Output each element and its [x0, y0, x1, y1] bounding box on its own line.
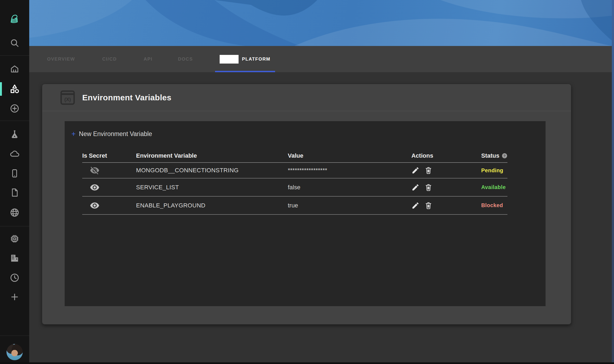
variable-value: *****************: [288, 167, 411, 174]
tab-platform[interactable]: PLATFORM: [215, 46, 275, 72]
tab-api[interactable]: API: [144, 46, 153, 72]
sidebar-item-cloud[interactable]: [0, 146, 29, 161]
mobile-icon: [10, 168, 19, 178]
lab-flask-icon: [10, 130, 19, 139]
card-header: (X) Environment Variables: [42, 84, 571, 111]
sidebar-item-add[interactable]: [0, 101, 29, 116]
visibility-icon: [90, 183, 100, 192]
variable-value: false: [288, 184, 411, 191]
new-environment-variable-button[interactable]: + New Environment Variable: [71, 130, 152, 138]
add-circle-icon: [9, 103, 20, 114]
sidebar-item-experiments[interactable]: [0, 127, 29, 142]
edit-button[interactable]: [411, 201, 420, 210]
edit-button[interactable]: [411, 183, 420, 191]
sidebar-divider: [0, 336, 29, 336]
building-icon: [10, 253, 19, 263]
user-avatar[interactable]: [6, 344, 23, 360]
trash-icon: [424, 166, 433, 174]
page-title: Environment Variables: [82, 93, 171, 102]
platform-tab-badge: [220, 55, 239, 64]
col-header-value: Value: [288, 152, 411, 159]
row-actions: [411, 201, 481, 210]
row-actions: [411, 183, 481, 191]
secret-toggle[interactable]: [82, 183, 136, 192]
row-actions: [411, 166, 481, 174]
main-content: (X) Environment Variables + New Environm…: [29, 72, 612, 362]
secret-toggle[interactable]: [82, 201, 136, 210]
environment-variables-card: (X) Environment Variables + New Environm…: [42, 84, 571, 325]
plus-icon: [10, 292, 19, 302]
search-icon: [10, 38, 19, 48]
col-header-variable: Environment Variable: [136, 152, 288, 159]
sidebar-item-globe[interactable]: [0, 205, 29, 220]
sidebar-item-history[interactable]: [0, 270, 29, 285]
sidebar-item-search[interactable]: [0, 35, 29, 51]
edit-button[interactable]: [411, 166, 420, 174]
sidebar-item-add-new[interactable]: [0, 289, 29, 305]
question-circle-icon[interactable]: ?: [502, 153, 507, 159]
cloud-icon: [9, 149, 20, 159]
col-header-is-secret: Is Secret: [82, 152, 136, 159]
env-variables-table: Is Secret Environment Variable Value Act…: [82, 149, 507, 215]
svg-text:(X): (X): [64, 97, 71, 102]
delete-button[interactable]: [424, 166, 433, 174]
sidebar-item-shapes[interactable]: [0, 81, 29, 97]
visibility-off-icon: [90, 166, 100, 175]
col-header-actions: Actions: [411, 152, 481, 159]
table-row: SERVICE_LIST false: [82, 178, 507, 197]
pencil-icon: [411, 201, 420, 210]
secret-toggle[interactable]: [82, 166, 136, 175]
status-badge: Blocked: [481, 202, 507, 209]
visibility-icon: [90, 201, 100, 210]
chip-icon: [10, 234, 19, 244]
variable-value: true: [288, 202, 411, 209]
variable-name: ENABLE_PLAYGROUND: [136, 202, 288, 209]
status-badge: Pending: [481, 167, 507, 174]
table-row: ENABLE_PLAYGROUND true: [82, 197, 507, 215]
stacked-layers-logo-icon: [8, 13, 21, 25]
trash-icon: [424, 201, 433, 210]
pencil-icon: [411, 183, 420, 191]
sidebar-divider: [0, 55, 29, 56]
sidebar-divider: [0, 226, 29, 226]
scrollbar[interactable]: [612, 0, 614, 364]
variable-name: MONGODB__CONNECTIONSTRING: [136, 167, 288, 174]
sidebar-divider: [0, 121, 29, 121]
status-badge: Available: [481, 184, 507, 190]
variable-name: SERVICE_LIST: [136, 184, 288, 191]
home-icon: [10, 64, 19, 74]
plus-icon: +: [71, 130, 76, 138]
env-variables-icon: (X): [60, 90, 75, 105]
trash-icon: [424, 183, 433, 191]
clock-icon: [9, 273, 20, 283]
shapes-icon: [9, 84, 20, 94]
app-logo[interactable]: [0, 11, 29, 27]
delete-button[interactable]: [424, 183, 433, 191]
app-screen: OVERVIEW CI/CD API DOCS PLATFORM (X) Env…: [0, 0, 614, 364]
sidebar-item-document[interactable]: [0, 185, 29, 200]
table-row: MONGODB__CONNECTIONSTRING **************…: [82, 163, 507, 178]
bottom-edge-bar: [0, 362, 614, 364]
tab-bar: OVERVIEW CI/CD API DOCS PLATFORM: [29, 46, 612, 72]
banner-waves-graphic: [29, 0, 612, 46]
tab-docs[interactable]: DOCS: [178, 46, 193, 72]
tab-cicd[interactable]: CI/CD: [102, 46, 117, 72]
tab-overview[interactable]: OVERVIEW: [47, 46, 75, 72]
hero-banner: [29, 0, 612, 46]
sidebar-item-organization[interactable]: [0, 250, 29, 266]
sidebar-item-chip[interactable]: [0, 231, 29, 246]
variables-panel: + New Environment Variable Is Secret Env…: [65, 121, 546, 306]
sidebar-item-mobile[interactable]: [0, 166, 29, 181]
table-header-row: Is Secret Environment Variable Value Act…: [82, 149, 507, 163]
delete-button[interactable]: [424, 201, 433, 210]
document-icon: [10, 188, 19, 197]
globe-icon: [9, 207, 20, 218]
pencil-icon: [411, 166, 420, 174]
col-header-status: Status ?: [481, 152, 507, 159]
sidebar: [0, 0, 29, 364]
sidebar-item-home[interactable]: [0, 61, 29, 77]
svg-text:?: ?: [504, 154, 506, 158]
